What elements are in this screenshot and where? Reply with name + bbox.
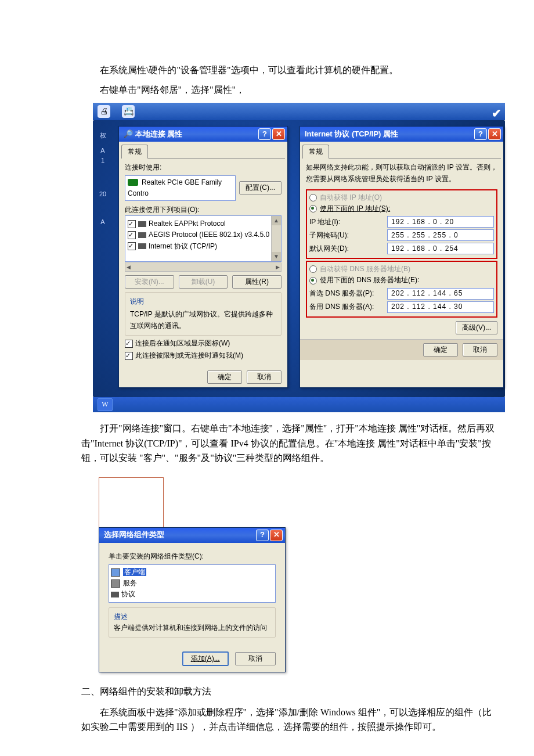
- cancel-button[interactable]: 取消: [235, 652, 276, 665]
- radio-use-ip[interactable]: 使用下面的 IP 地址(S):: [309, 203, 494, 214]
- desc-text: 客户端提供对计算机和连接到网络上的文件的访问: [114, 622, 270, 633]
- service-icon: [111, 579, 120, 588]
- cancel-button[interactable]: 取消: [463, 343, 497, 357]
- protocol-icon: [111, 592, 119, 597]
- connect-using-label: 连接时使用:: [125, 162, 282, 173]
- side-label: 20: [99, 189, 107, 200]
- list-item[interactable]: Realtek EAPPkt Protocol: [128, 218, 279, 229]
- paragraph-4: 在系统面板中选择"添加或删除程序"，选择"添加/删除 Windows 组件"，可…: [81, 705, 499, 735]
- dialog1-title: 🔎 本地连接 属性: [124, 128, 182, 141]
- lbl-mask: 子网掩码(U):: [309, 230, 387, 241]
- side-label: 权: [99, 131, 107, 141]
- checkbox-notify-icon[interactable]: 连接后在通知区域显示图标(W): [125, 338, 282, 349]
- radio-auto-dns[interactable]: 自动获得 DNS 服务器地址(B): [309, 264, 494, 275]
- ok-button[interactable]: 确定: [207, 370, 242, 384]
- add-button[interactable]: 添加(A)...: [182, 651, 229, 666]
- scroll-left-icon[interactable]: ◀: [127, 263, 131, 271]
- help-button[interactable]: ?: [258, 128, 271, 140]
- xp-toolbar: 🖨 📇 ✔: [93, 103, 505, 120]
- uninstall-button[interactable]: 卸载(U): [179, 275, 228, 289]
- configure-button[interactable]: 配置(C)...: [239, 181, 282, 195]
- side-label: A1: [99, 146, 107, 166]
- list-item[interactable]: AEGIS Protocol (IEEE 802.1x) v3.4.5.0: [128, 229, 279, 240]
- ok-button[interactable]: 确定: [423, 343, 458, 357]
- local-connection-properties-dialog: 🔎 本地连接 属性 ? ✕ 常规 连接时使用: Realtek PCIe GBE…: [118, 126, 288, 388]
- dialog3-titlebar: 选择网络组件类型 ? ✕: [99, 528, 285, 543]
- ip-settings-redbox: 自动获得 IP 地址(O) 使用下面的 IP 地址(S): IP 地址(I):1…: [306, 189, 497, 259]
- help-button[interactable]: ?: [256, 530, 269, 541]
- dialog2-title: Internet 协议 (TCP/IP) 属性: [305, 128, 398, 141]
- dns1-input[interactable]: 202 . 112 . 144 . 65: [387, 288, 494, 300]
- dialog3-title: 选择网络组件类型: [104, 529, 164, 541]
- radio-use-dns[interactable]: 使用下面的 DNS 服务器地址(E):: [309, 275, 494, 286]
- scroll-up-icon[interactable]: ▲: [272, 216, 281, 225]
- desc-title: 说明: [130, 296, 276, 307]
- tcpip-properties-dialog: Internet 协议 (TCP/IP) 属性 ? ✕ 常规 如果网络支持此功能…: [300, 126, 504, 388]
- advanced-button[interactable]: 高级(V)...: [456, 321, 497, 334]
- tab-general[interactable]: 常规: [121, 145, 148, 159]
- close-button[interactable]: ✕: [488, 128, 501, 140]
- screenshot-network-dialogs: 🖨 📇 ✔ 权 A1 20 A 🔎 本地连接 属性 ? ✕ 常规 连接时使用:: [93, 103, 505, 412]
- install-button[interactable]: 安装(N)...: [125, 275, 174, 289]
- gateway-input[interactable]: 192 . 168 . 0 . 254: [387, 243, 494, 254]
- select-component-type-dialog: 选择网络组件类型 ? ✕ 单击要安装的网络组件类型(C): 客户端 服务 协议 …: [99, 527, 286, 672]
- scrollbar[interactable]: ▲ ▼: [271, 216, 281, 261]
- checkmark-icon: ✔: [492, 104, 501, 123]
- paragraph-1: 在系统属性\硬件的"设备管理器"选项中，可以查看此计算机的硬件配置。: [81, 63, 499, 78]
- list-item[interactable]: Internet 协议 (TCP/IP): [128, 241, 279, 252]
- cancel-button[interactable]: 取消: [247, 370, 282, 384]
- adapter-icon: [128, 179, 138, 186]
- toolbar-icon-2: 📇: [122, 105, 135, 118]
- dialog2-titlebar: Internet 协议 (TCP/IP) 属性 ? ✕: [300, 127, 503, 142]
- section-heading-2: 二、网络组件的安装和卸载方法: [81, 684, 499, 699]
- dialog1-titlebar: 🔎 本地连接 属性 ? ✕: [119, 127, 287, 142]
- side-label: A: [99, 217, 107, 228]
- client-icon: [111, 568, 120, 577]
- horizontal-scrollbar[interactable]: ◀ ▶: [125, 262, 282, 272]
- screenshot-component-type: 选择网络组件类型 ? ✕ 单击要安装的网络组件类型(C): 客户端 服务 协议 …: [99, 477, 534, 672]
- desc-title: 描述: [114, 611, 270, 622]
- dns2-input[interactable]: 202 . 112 . 144 . 30: [387, 301, 494, 313]
- lbl-ip: IP 地址(I):: [309, 217, 387, 228]
- help-button[interactable]: ?: [474, 128, 487, 140]
- description-group: 说明 TCP/IP 是默认的广域网协议。它提供跨越多种互联网络的通讯。: [125, 292, 282, 336]
- ip-input[interactable]: 192 . 168 . 0 . 20: [387, 216, 494, 228]
- note-text: 如果网络支持此功能，则可以获取自动指派的 IP 设置。否则，您需要从网络系统管理…: [306, 162, 497, 184]
- component-type-listbox[interactable]: 客户端 服务 协议: [109, 564, 276, 603]
- close-button[interactable]: ✕: [272, 128, 285, 140]
- description-group: 描述 客户端提供对计算机和连接到网络上的文件的访问: [109, 607, 276, 638]
- prompt-label: 单击要安装的网络组件类型(C):: [109, 551, 276, 562]
- dns-settings-redbox: 自动获得 DNS 服务器地址(B) 使用下面的 DNS 服务器地址(E): 首选…: [306, 261, 497, 317]
- items-label: 此连接使用下列项目(O):: [125, 204, 282, 215]
- close-button[interactable]: ✕: [270, 530, 283, 541]
- lbl-dns1: 首选 DNS 服务器(P):: [309, 288, 387, 299]
- toolbar-icon-1: 🖨: [98, 105, 110, 118]
- paragraph-2: 右键单击"网络邻居"，选择"属性"，: [81, 82, 499, 98]
- scroll-right-icon[interactable]: ▶: [276, 263, 280, 271]
- list-item-client[interactable]: 客户端: [111, 567, 273, 578]
- tab-general[interactable]: 常规: [302, 145, 329, 159]
- scroll-down-icon[interactable]: ▼: [272, 252, 281, 261]
- list-item-protocol[interactable]: 协议: [111, 589, 273, 600]
- desc-text: TCP/IP 是默认的广域网协议。它提供跨越多种互联网络的通讯。: [130, 309, 276, 331]
- components-listbox[interactable]: Realtek EAPPkt Protocol AEGIS Protocol (…: [125, 215, 282, 262]
- checkbox-notify-limited[interactable]: 此连接被限制或无连接时通知我(M): [125, 350, 282, 361]
- lbl-gateway: 默认网关(D):: [309, 243, 387, 254]
- paragraph-3: 打开"网络连接"窗口。右键单击"本地连接"，选择"属性"，打开"本地连接 属性"…: [81, 421, 499, 466]
- lbl-dns2: 备用 DNS 服务器(A):: [309, 301, 387, 312]
- image-placeholder: [99, 477, 164, 531]
- list-item-service[interactable]: 服务: [111, 578, 273, 589]
- radio-auto-ip[interactable]: 自动获得 IP 地址(O): [309, 192, 494, 203]
- taskbar-word-icon[interactable]: W: [98, 398, 113, 411]
- mask-input[interactable]: 255 . 255 . 255 . 0: [387, 229, 494, 241]
- xp-taskbar: W: [93, 397, 505, 412]
- adapter-field: Realtek PCIe GBE Family Contro: [125, 175, 236, 201]
- properties-button[interactable]: 属性(R): [232, 275, 282, 289]
